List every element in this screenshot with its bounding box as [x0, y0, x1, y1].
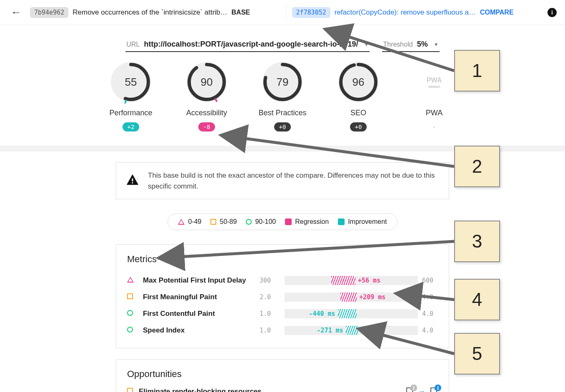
svg-line-11 [221, 135, 454, 166]
svg-line-10 [325, 29, 454, 71]
svg-line-12 [158, 241, 454, 258]
svg-line-13 [396, 293, 454, 300]
svg-line-14 [358, 329, 454, 354]
